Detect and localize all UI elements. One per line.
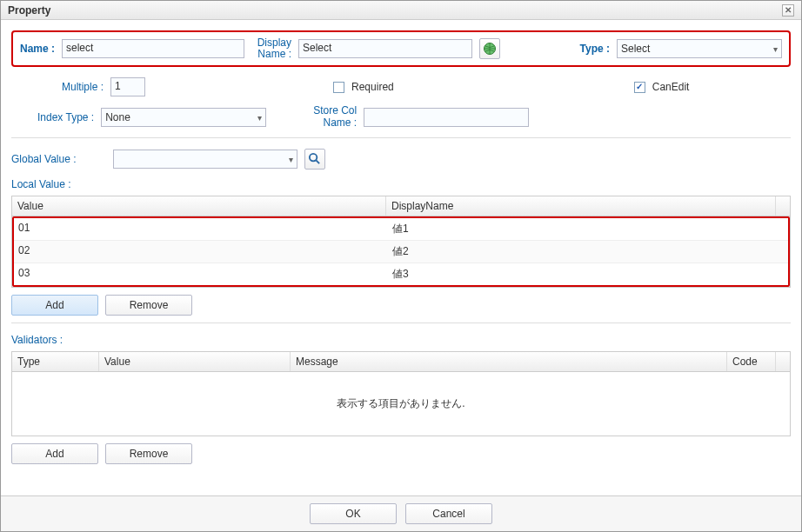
table-row[interactable]: 01 値1	[14, 218, 788, 241]
validators-empty-text: 表示する項目がありません.	[12, 372, 790, 436]
table-row[interactable]: 02 値2	[14, 241, 788, 263]
property-window: Property ✕ Name : select Display Name : …	[0, 0, 802, 532]
canedit-label: CanEdit	[652, 81, 690, 93]
name-input[interactable]: select	[62, 39, 244, 58]
canedit-checkbox[interactable]	[634, 82, 645, 93]
global-value-label: Global Value :	[11, 153, 77, 165]
local-value-buttons: Add Remove	[11, 295, 791, 316]
store-col-label: Store Col Name :	[306, 105, 357, 128]
local-value-label: Local Value :	[11, 178, 791, 190]
ok-button[interactable]: OK	[310, 503, 397, 524]
remove-button[interactable]: Remove	[105, 295, 192, 316]
required-checkbox[interactable]	[333, 82, 344, 93]
store-col-input[interactable]	[364, 108, 529, 127]
validators-label: Validators :	[11, 334, 791, 346]
validators-buttons: Add Remove	[11, 443, 791, 464]
validators-grid: Type Value Message Code 表示する項目がありません.	[11, 351, 791, 436]
separator-1	[11, 137, 791, 138]
global-value-row: Global Value :	[11, 149, 791, 170]
col-value-header[interactable]: Value	[99, 352, 291, 371]
globe-icon[interactable]	[479, 38, 500, 59]
window-title: Property	[8, 4, 50, 17]
type-label: Type :	[580, 43, 610, 55]
svg-line-2	[316, 161, 319, 164]
svg-point-1	[310, 154, 317, 161]
local-value-grid-head: Value DisplayName	[12, 196, 790, 216]
index-type-label: Index Type :	[37, 111, 94, 123]
type-select[interactable]: Select	[617, 39, 782, 58]
cancel-button[interactable]: Cancel	[405, 503, 492, 524]
col-type-header[interactable]: Type	[12, 352, 99, 371]
global-value-select[interactable]	[113, 150, 297, 169]
separator-2	[11, 323, 791, 323]
dialog-footer: OK Cancel	[1, 495, 801, 531]
multiple-label: Multiple :	[62, 81, 104, 93]
display-name-label: Display Name :	[251, 37, 291, 60]
col-displayname-header[interactable]: DisplayName	[386, 196, 776, 216]
window-body: Name : select Display Name : Select Type…	[1, 20, 801, 475]
name-display-type-row: Name : select Display Name : Select Type…	[11, 30, 791, 67]
index-storecol-row: Index Type : None Store Col Name :	[11, 105, 791, 128]
required-label: Required	[351, 81, 394, 93]
search-icon[interactable]	[304, 149, 325, 170]
col-message-header[interactable]: Message	[291, 352, 727, 371]
col-code-header[interactable]: Code	[727, 352, 776, 371]
local-value-rows-highlight: 01 値1 02 値2 03 値3	[12, 216, 790, 287]
add-button[interactable]: Add	[11, 295, 98, 316]
col-value-header[interactable]: Value	[12, 196, 386, 216]
title-bar: Property ✕	[1, 1, 801, 20]
col-pad	[776, 352, 790, 371]
multiple-input[interactable]: 1	[110, 77, 145, 96]
checkbox-row: Multiple : 1 Required CanEdit	[11, 77, 791, 96]
close-icon[interactable]: ✕	[782, 4, 794, 17]
remove-button[interactable]: Remove	[105, 443, 192, 464]
col-pad	[776, 196, 790, 216]
local-value-grid: Value DisplayName 01 値1 02 値2 03 値3	[11, 196, 791, 288]
index-type-select[interactable]: None	[101, 108, 266, 127]
validators-grid-head: Type Value Message Code	[12, 352, 790, 372]
name-label: Name :	[20, 43, 55, 55]
table-row[interactable]: 03 値3	[14, 263, 788, 285]
display-name-input[interactable]: Select	[298, 39, 472, 58]
add-button[interactable]: Add	[11, 443, 98, 464]
